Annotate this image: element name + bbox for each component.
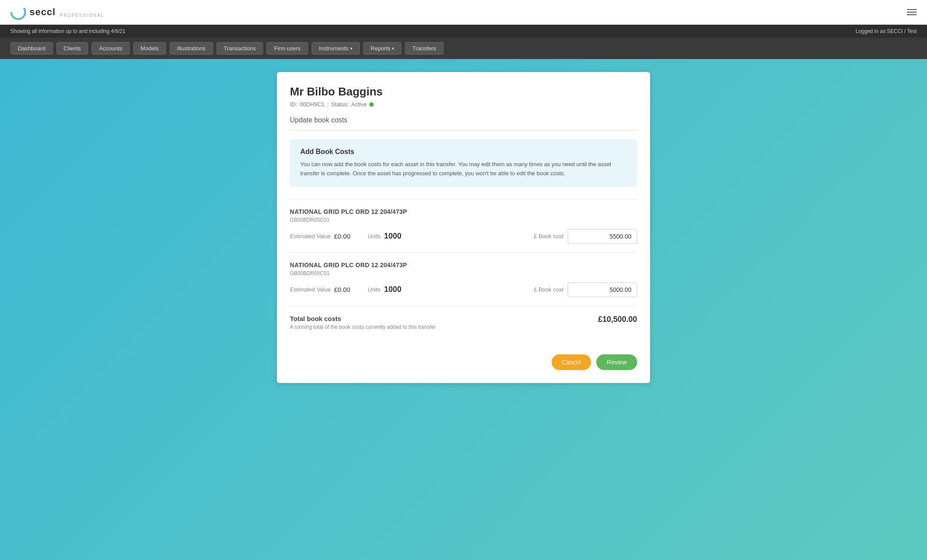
- total-section: Total book costs A running total of the …: [290, 306, 637, 334]
- asset-2-estimated-label: Estimated Value: [290, 286, 331, 293]
- footer-buttons: Cancel Review: [290, 347, 637, 370]
- client-id-label: ID:: [290, 101, 297, 108]
- client-status-label: Status:: [331, 101, 348, 108]
- asset-2-units-group: Units 1000: [368, 285, 401, 294]
- asset-row-1: NATIONAL GRID PLC ORD 12 204/473P GB00BD…: [290, 199, 637, 252]
- asset-1-units-group: Units 1000: [368, 232, 401, 241]
- asset-2-name: NATIONAL GRID PLC ORD 12 204/473P: [290, 262, 637, 269]
- asset-2-book-cost-group: £ Book cost: [534, 282, 637, 297]
- info-text: Showing all information up to and includ…: [10, 28, 125, 34]
- logged-in-text: Logged in as SECCI / Test: [855, 28, 917, 34]
- reports-chevron-icon: ▾: [392, 46, 394, 51]
- nav-accounts[interactable]: Accounts: [92, 42, 129, 55]
- total-sub-label: A running total of the book costs curren…: [290, 324, 436, 330]
- asset-row-2: NATIONAL GRID PLC ORD 12 204/473P GB00BD…: [290, 252, 637, 306]
- asset-1-units-value: 1000: [384, 232, 401, 241]
- logo-area: seccl PROFESSIONAL: [10, 4, 104, 20]
- instruments-chevron-icon: ▾: [350, 46, 352, 51]
- infobar: Showing all information up to and includ…: [0, 25, 927, 38]
- asset-1-book-cost-label: £ Book cost: [534, 233, 563, 239]
- total-label: Total book costs: [290, 315, 436, 322]
- info-box: Add Book Costs You can now add the book …: [290, 139, 637, 187]
- asset-1-estimated-value-group: Estimated Value £0.00: [290, 233, 350, 240]
- info-box-text: You can now add the book costs for each …: [300, 160, 627, 178]
- logo-icon: [10, 4, 26, 20]
- asset-2-id: GB00BDR05C01: [290, 270, 637, 276]
- nav-clients[interactable]: Clients: [56, 42, 89, 55]
- logo-professional: PROFESSIONAL: [60, 13, 104, 18]
- nav-transfers[interactable]: Transfers: [405, 42, 443, 55]
- asset-2-book-cost-input[interactable]: [568, 282, 637, 297]
- asset-1-book-cost-group: £ Book cost: [534, 229, 637, 244]
- client-status-value: Active: [352, 101, 367, 108]
- nav-models[interactable]: Models: [133, 42, 166, 55]
- info-box-title: Add Book Costs: [300, 148, 627, 156]
- asset-1-estimated-value: £0.00: [334, 233, 351, 240]
- asset-1-name: NATIONAL GRID PLC ORD 12 204/473P: [290, 208, 637, 215]
- client-name: Mr Bilbo Baggins: [290, 85, 637, 98]
- asset-1-id: GB00BDR05C01: [290, 217, 637, 223]
- status-indicator: [369, 102, 374, 107]
- nav-instruments[interactable]: Instruments ▾: [312, 42, 360, 55]
- page-title: Update book costs: [290, 116, 637, 131]
- svg-point-0: [11, 5, 25, 19]
- logo-text: seccl: [30, 7, 56, 18]
- nav-firm-users[interactable]: Firm users: [266, 42, 308, 55]
- total-label-group: Total book costs A running total of the …: [290, 315, 436, 330]
- client-id-value: 00DH9C1: [300, 101, 325, 108]
- asset-2-estimated-value-group: Estimated Value £0.00: [290, 286, 350, 293]
- cancel-button[interactable]: Cancel: [552, 354, 592, 370]
- total-amount: £10,500.00: [598, 315, 637, 324]
- main-content: Mr Bilbo Baggins ID: 00DH9C1 | Status: A…: [277, 72, 650, 383]
- topbar: seccl PROFESSIONAL: [0, 0, 927, 25]
- nav-illustrations[interactable]: Illustrations: [170, 42, 213, 55]
- asset-1-estimated-label: Estimated Value: [290, 233, 331, 239]
- hamburger-menu[interactable]: [907, 9, 917, 15]
- asset-2-book-cost-label: £ Book cost: [534, 286, 563, 293]
- asset-2-units-label: Units: [368, 286, 381, 293]
- asset-1-book-cost-input[interactable]: [568, 229, 637, 244]
- nav-dashboard[interactable]: Dashboard: [10, 42, 53, 55]
- review-button[interactable]: Review: [596, 354, 637, 370]
- asset-2-estimated-value: £0.00: [334, 286, 351, 293]
- navbar: Dashboard Clients Accounts Models Illust…: [0, 38, 927, 59]
- client-meta: ID: 00DH9C1 | Status: Active: [290, 101, 637, 108]
- nav-reports[interactable]: Reports ▾: [363, 42, 402, 55]
- asset-2-units-value: 1000: [384, 285, 401, 294]
- asset-1-units-label: Units: [368, 233, 381, 239]
- nav-transactions[interactable]: Transactions: [217, 42, 263, 55]
